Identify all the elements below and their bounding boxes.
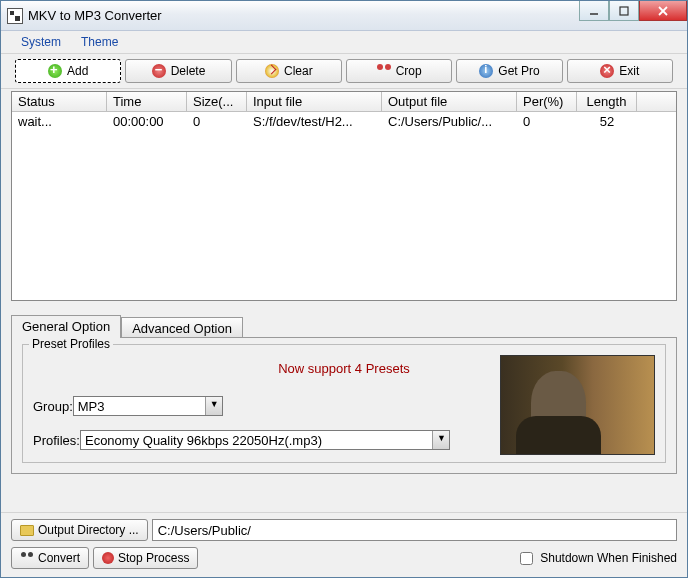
cell-status: wait... (12, 112, 107, 131)
clear-label: Clear (284, 64, 313, 78)
menu-system[interactable]: System (11, 33, 71, 51)
cell-length: 52 (577, 112, 637, 131)
group-label: Group: (33, 399, 73, 414)
add-icon (48, 64, 62, 78)
group-select[interactable] (73, 396, 223, 416)
app-icon (7, 8, 23, 24)
output-dir-button[interactable]: Output Directory ... (11, 519, 148, 541)
delete-icon (152, 64, 166, 78)
output-dir-label: Output Directory ... (38, 523, 139, 537)
add-label: Add (67, 64, 88, 78)
col-time[interactable]: Time (107, 92, 187, 111)
crop-label: Crop (396, 64, 422, 78)
delete-label: Delete (171, 64, 206, 78)
profiles-label: Profiles: (33, 433, 80, 448)
shutdown-checkbox[interactable] (520, 552, 533, 565)
getpro-button[interactable]: Get Pro (456, 59, 562, 83)
col-output[interactable]: Output file (382, 92, 517, 111)
content-area: Status Time Size(... Input file Output f… (1, 89, 687, 512)
info-icon (479, 64, 493, 78)
table-row[interactable]: wait... 00:00:00 0 S:/f/dev/test/H2... C… (12, 112, 676, 131)
tab-advanced[interactable]: Advanced Option (121, 317, 243, 338)
col-status[interactable]: Status (12, 92, 107, 111)
bottom-bar: Output Directory ... Convert Stop Proces… (1, 512, 687, 577)
toolbar: Add Delete Clear Crop Get Pro Exit (1, 53, 687, 89)
cell-time: 00:00:00 (107, 112, 187, 131)
getpro-label: Get Pro (498, 64, 539, 78)
profiles-select[interactable] (80, 430, 450, 450)
menu-theme[interactable]: Theme (71, 33, 128, 51)
window-title: MKV to MP3 Converter (28, 8, 579, 23)
col-size[interactable]: Size(... (187, 92, 247, 111)
maximize-button[interactable] (609, 1, 639, 21)
option-tabs: General Option Advanced Option (11, 315, 677, 338)
profiles-select-wrap (80, 430, 450, 450)
grid-header: Status Time Size(... Input file Output f… (12, 92, 676, 112)
stop-icon (102, 552, 114, 564)
video-preview (500, 355, 655, 455)
group-select-wrap (73, 396, 223, 416)
col-input[interactable]: Input file (247, 92, 382, 111)
add-button[interactable]: Add (15, 59, 121, 83)
exit-icon (600, 64, 614, 78)
shutdown-label: Shutdown When Finished (540, 551, 677, 565)
tab-general[interactable]: General Option (11, 315, 121, 338)
stop-button[interactable]: Stop Process (93, 547, 198, 569)
delete-button[interactable]: Delete (125, 59, 231, 83)
col-length[interactable]: Length (577, 92, 637, 111)
svg-rect-1 (620, 7, 628, 15)
minimize-button[interactable] (579, 1, 609, 21)
stop-label: Stop Process (118, 551, 189, 565)
cell-input: S:/f/dev/test/H2... (247, 112, 382, 131)
titlebar: MKV to MP3 Converter (1, 1, 687, 31)
crop-icon (377, 64, 391, 78)
cell-output: C:/Users/Public/... (382, 112, 517, 131)
convert-label: Convert (38, 551, 80, 565)
exit-button[interactable]: Exit (567, 59, 673, 83)
output-path-input[interactable] (152, 519, 677, 541)
preset-fieldset: Preset Profiles Now support 4 Presets Gr… (22, 344, 666, 463)
folder-icon (20, 525, 34, 536)
crop-button[interactable]: Crop (346, 59, 452, 83)
clear-button[interactable]: Clear (236, 59, 342, 83)
convert-button[interactable]: Convert (11, 547, 89, 569)
cell-size: 0 (187, 112, 247, 131)
general-panel: Preset Profiles Now support 4 Presets Gr… (11, 337, 677, 474)
col-per[interactable]: Per(%) (517, 92, 577, 111)
close-button[interactable] (639, 1, 687, 21)
preset-legend: Preset Profiles (29, 337, 113, 351)
clear-icon (265, 64, 279, 78)
window-controls (579, 1, 687, 21)
exit-label: Exit (619, 64, 639, 78)
file-grid[interactable]: Status Time Size(... Input file Output f… (11, 91, 677, 301)
shutdown-checkbox-wrap[interactable]: Shutdown When Finished (516, 549, 677, 568)
cell-per: 0 (517, 112, 577, 131)
menubar: System Theme (1, 31, 687, 53)
convert-icon (20, 551, 34, 565)
app-window: MKV to MP3 Converter System Theme Add De… (0, 0, 688, 578)
